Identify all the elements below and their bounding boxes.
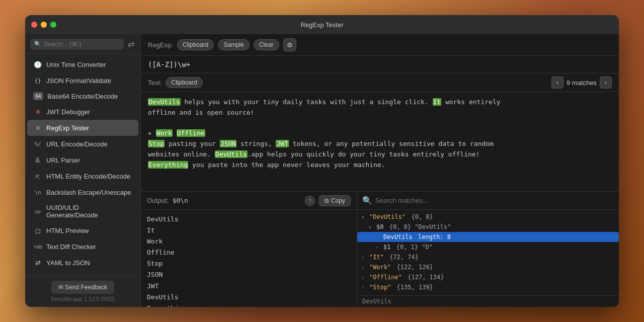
help-button[interactable]: ? xyxy=(305,196,315,206)
maximize-button[interactable] xyxy=(50,22,56,28)
traffic-lights xyxy=(31,22,56,28)
tree-item-work[interactable]: › "Work" {122, 126} xyxy=(357,262,619,272)
output-line: JSON xyxy=(147,269,351,280)
output-line: Everything xyxy=(147,303,351,307)
sidebar-item-backslash[interactable]: \n Backslash Escape/Unescape xyxy=(27,184,138,200)
clipboard-button[interactable]: Clipboard xyxy=(177,39,214,50)
sidebar-items-list: 🕐 Unix Time Converter {} JSON Format/Val… xyxy=(25,54,140,275)
base64-icon: 64 xyxy=(33,92,43,100)
sidebar-item-url-parser[interactable]: & URL Parser xyxy=(27,152,138,168)
search-matches-input[interactable] xyxy=(375,197,614,204)
sidebar-item-label: URL Encode/Decode xyxy=(46,140,108,148)
html-entity-icon: #; xyxy=(33,172,42,181)
url-parser-icon: & xyxy=(33,155,42,165)
tree-item-devutils-match[interactable]: DevUtils length: 8 xyxy=(357,232,619,242)
tree-item-it[interactable]: › "It" {72, 74} xyxy=(357,252,619,262)
match-stop: Stop xyxy=(148,140,165,147)
main-panel: RegExp: Clipboard Sample Clear ⚙ Text: C… xyxy=(141,34,619,307)
output-header: Output: ? ⧉ Copy xyxy=(141,192,357,210)
output-panel: Output: ? ⧉ Copy DevUtils It Work Offlin… xyxy=(141,192,357,307)
text-line-6: websites online. DevUtils.app helps you … xyxy=(148,149,612,160)
output-line: JWT xyxy=(147,281,351,292)
clear-button[interactable]: Clear xyxy=(254,39,279,50)
output-content: DevUtils It Work Offline Stop JSON JWT D… xyxy=(141,210,357,307)
text-line-5: Stop pasting your JSON strings, JWT toke… xyxy=(148,139,612,149)
next-match-button[interactable]: › xyxy=(600,76,612,89)
output-line: DevUtils xyxy=(147,292,351,303)
sidebar-item-regexp[interactable]: ✳ RegExp Tester xyxy=(27,120,138,136)
sidebar-item-label: Text Diff Checker xyxy=(46,243,96,251)
tree-item-offline[interactable]: › "Offline" {127, 134} xyxy=(357,272,619,282)
sidebar-item-uuid[interactable]: uu UUID/ULID Generate/Decode xyxy=(27,200,138,222)
sidebar-item-jwt[interactable]: ✳ JWT Debugger xyxy=(27,104,138,120)
search-wrapper[interactable]: 🔍 xyxy=(30,39,124,50)
content-area: 🔍 ⇄ 🕐 Unix Time Converter {} JSON Format… xyxy=(25,34,619,307)
uuid-icon: uu xyxy=(33,207,42,216)
chevron-icon: › xyxy=(361,275,367,280)
chevron-icon: › xyxy=(361,285,367,290)
sidebar-item-json-format[interactable]: {} JSON Format/Validate xyxy=(27,72,138,89)
match-jwt: JWT xyxy=(276,140,288,147)
shuffle-icon[interactable]: ⇄ xyxy=(127,38,135,50)
text-clipboard-button[interactable]: Clipboard xyxy=(166,77,202,88)
text-line-7: Everything you paste into the app never … xyxy=(148,160,612,171)
regexp-label: RegExp: xyxy=(148,41,173,49)
sidebar-item-json-yaml[interactable]: ⇄ JSON to YAML xyxy=(27,271,138,275)
chevron-icon: › xyxy=(361,265,367,270)
sidebar-item-url-encode[interactable]: %/ URL Encode/Decode xyxy=(27,136,138,152)
text-diff-icon: +ab xyxy=(33,242,42,251)
sidebar-item-unix-time[interactable]: 🕐 Unix Time Converter xyxy=(27,56,138,72)
match-offline: Offline xyxy=(177,129,205,137)
sidebar-item-label: YAML to JSON xyxy=(46,259,90,267)
settings-button[interactable]: ⚙ xyxy=(283,38,296,51)
chevron-icon: ▾ xyxy=(361,214,367,220)
sidebar-item-label: HTML Entity Encode/Decode xyxy=(46,173,130,180)
tree-item-devutils[interactable]: ▾ "DevUtils" {0, 8} xyxy=(357,212,619,222)
matches-panel: 🔍 ▾ "DevUtils" {0, 8} ▾ $0 xyxy=(357,192,619,307)
matches-search-bar: 🔍 xyxy=(357,192,619,210)
jwt-icon: ✳ xyxy=(33,107,42,116)
text-line-1: DevUtils helps you with your tiny daily … xyxy=(148,97,612,108)
sample-button[interactable]: Sample xyxy=(218,39,250,50)
match-devutils-1: DevUtils xyxy=(148,98,181,106)
send-feedback-button[interactable]: ✉ Send Feedback xyxy=(51,281,114,294)
chevron-icon: ▾ xyxy=(368,224,374,230)
minimize-button[interactable] xyxy=(41,22,47,28)
tree-item-devutils-group0[interactable]: ▾ $0 {0, 8} "DevUtils" xyxy=(357,222,619,232)
matches-footer: DevUtils xyxy=(357,295,619,307)
sidebar-item-html-entity[interactable]: #; HTML Entity Encode/Decode xyxy=(27,168,138,184)
copy-label: Copy xyxy=(331,197,345,204)
sidebar-item-html-preview[interactable]: ◻ HTML Preview xyxy=(27,222,138,238)
output-format-input[interactable] xyxy=(173,197,301,204)
text-bar: Text: Clipboard ‹ 9 matches › xyxy=(141,73,619,92)
sidebar-item-text-diff[interactable]: +ab Text Diff Checker xyxy=(27,238,138,255)
search-input[interactable] xyxy=(44,41,120,48)
regexp-input[interactable] xyxy=(148,60,612,68)
backslash-icon: \n xyxy=(33,188,42,197)
output-line: Offline xyxy=(147,247,351,258)
regexp-icon: ✳ xyxy=(33,123,42,132)
tree-item-stop[interactable]: › "Stop" {135, 139} xyxy=(357,282,619,292)
regexp-input-row xyxy=(141,56,619,73)
tree-item-devutils-group1[interactable]: › $1 {0, 1} "D" xyxy=(357,242,619,252)
matches-count: 9 matches xyxy=(567,79,597,87)
sidebar-item-yaml-json[interactable]: ⇄ YAML to JSON xyxy=(27,255,138,271)
window-title: RegExp Tester xyxy=(300,21,343,29)
text-content-area[interactable]: DevUtils helps you with your tiny daily … xyxy=(141,92,619,191)
main-window: RegExp Tester 🔍 ⇄ 🕐 Unix Time Converter xyxy=(25,15,619,307)
matches-tree: ▾ "DevUtils" {0, 8} ▾ $0 {0, 8} "DevUtil… xyxy=(357,210,619,295)
sidebar-item-label: JSON Format/Validate xyxy=(46,77,111,85)
yaml-json-icon: ⇄ xyxy=(33,258,42,267)
sidebar-item-label: HTML Preview xyxy=(46,227,89,234)
match-work: Work xyxy=(156,129,173,137)
text-line-3 xyxy=(148,118,612,129)
copy-button[interactable]: ⧉ Copy xyxy=(319,195,351,206)
text-line-2: offline and is open source! xyxy=(148,108,612,118)
sidebar-item-label: JWT Debugger xyxy=(46,108,90,116)
prev-match-button[interactable]: ‹ xyxy=(551,76,564,89)
sidebar: 🔍 ⇄ 🕐 Unix Time Converter {} JSON Format… xyxy=(25,34,141,307)
sidebar-item-base64[interactable]: 64 Base64 Encode/Decode xyxy=(27,89,138,104)
search-icon: 🔍 xyxy=(34,41,41,47)
close-button[interactable] xyxy=(31,22,37,28)
matches-nav: ‹ 9 matches › xyxy=(551,76,612,89)
